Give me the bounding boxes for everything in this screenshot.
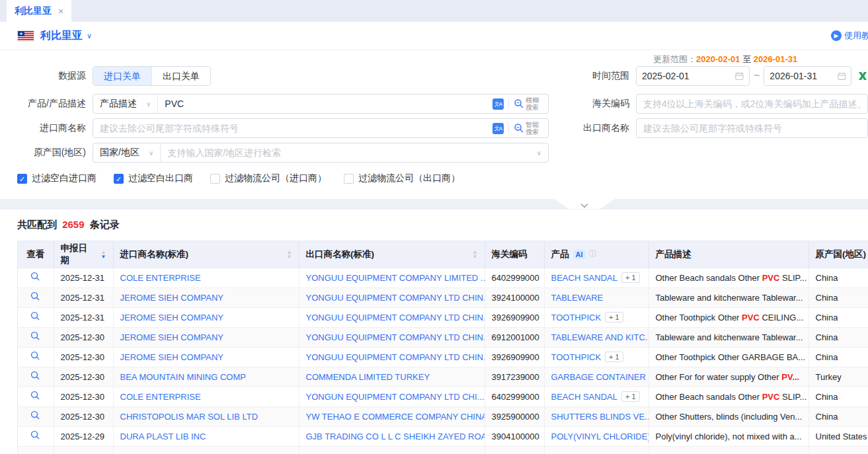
results-table: 查看 申报日期▲▼ 进口商名称(标准)▲▼ 出口商名称(标准)▲▼ 海关编码 产…: [17, 241, 868, 454]
exporter-link[interactable]: YW TEHAO E COMMERCE COMPANY CHINA: [306, 412, 485, 422]
cell-hs-code: 3925900000: [485, 406, 544, 426]
importer-link[interactable]: JEROME SIEH COMPANY: [120, 352, 224, 362]
importer-link[interactable]: JEROME SIEH COMPANY: [120, 332, 224, 342]
plus-badge[interactable]: + 1: [621, 391, 640, 402]
country-title[interactable]: 利比里亚: [40, 29, 83, 43]
exporter-link[interactable]: YONGUN EQUIPMENT COMPANY LTD CHI...: [306, 392, 485, 402]
translate-icon[interactable]: 文A: [493, 123, 504, 134]
table-row: 2025-12-29 DURA PLAST LIB INC GJB TRADIN…: [18, 426, 868, 446]
chevron-down-icon[interactable]: ∨: [537, 149, 548, 157]
importer-input[interactable]: [93, 123, 487, 133]
checkbox-filter-logistics-importer[interactable]: 过滤物流公司（进口商）: [210, 172, 327, 184]
checkbox-filter-blank-importer[interactable]: ✓ 过滤空白进口商: [17, 172, 97, 184]
cell-hs-code: 6912001000: [485, 327, 544, 347]
importer-link[interactable]: COLE ENTERPRISE: [120, 392, 201, 402]
cell-description: Other Beach sandals Other PVC SLIP...: [649, 268, 809, 287]
time-range-row: 时间范围 ~: [570, 66, 868, 86]
hs-code-field[interactable]: [636, 94, 868, 114]
importer-link[interactable]: DURA PLAST LIB INC: [120, 432, 206, 441]
tutorial-link[interactable]: ▶ 使用教程: [831, 30, 868, 42]
cell-date: 2025-12-31: [54, 307, 113, 327]
exporter-link[interactable]: GJB TRADING CO L L C SHEIKH ZAYED ROA...: [306, 432, 485, 441]
info-icon[interactable]: ⓘ: [589, 248, 597, 260]
exporter-link[interactable]: COMMENDA LIMITED TURKEY: [306, 372, 430, 382]
date-to-field[interactable]: [764, 66, 851, 86]
product-link[interactable]: TOOTHPICK: [551, 313, 602, 322]
desc-highlight: PVC: [762, 273, 780, 283]
chevron-down-icon: ∨: [146, 100, 151, 108]
collapse-panel-button[interactable]: [554, 199, 615, 209]
product-link[interactable]: POLY(VINYL CHLORIDE): [551, 432, 649, 441]
view-detail-icon[interactable]: [30, 371, 40, 381]
date-separator: ~: [754, 70, 760, 82]
importer-link[interactable]: JEROME SIEH COMPANY: [120, 293, 224, 303]
close-icon[interactable]: ×: [58, 6, 63, 17]
data-source-segmented: 进口关单 出口关单: [93, 66, 211, 86]
tutorial-icon: ▶: [831, 30, 842, 41]
importer-link[interactable]: COLE ENTERPRISE: [120, 273, 201, 283]
col-exporter[interactable]: 出口商名称(标准)▲▼: [299, 241, 485, 268]
checkbox-filter-blank-exporter[interactable]: ✓ 过滤空白出口商: [114, 172, 193, 184]
col-date[interactable]: 申报日期▲▼: [54, 241, 113, 268]
origin-input[interactable]: [161, 147, 536, 158]
cell-date: 2025-12-30: [54, 406, 113, 426]
tab-export-orders[interactable]: 出口关单: [151, 67, 210, 85]
tab-import-orders[interactable]: 进口关单: [93, 67, 151, 85]
col-importer[interactable]: 进口商名称(标准)▲▼: [113, 241, 299, 268]
product-search-input[interactable]: [158, 98, 487, 109]
view-detail-icon[interactable]: [30, 291, 40, 301]
cell-origin: China: [809, 287, 868, 307]
exporter-link[interactable]: YONGUU EQUIPMENT COMPANY LTD CHIN...: [306, 293, 485, 303]
product-link[interactable]: BEACH SANDAL: [551, 392, 617, 402]
exporter-link[interactable]: YONGUU EQUIPMENT COMPANY LTD CHIN...: [306, 332, 485, 342]
origin-type-select[interactable]: 国家/地区 ∨: [93, 143, 161, 162]
exporter-link[interactable]: YONGUU EQUIPMENT COMPANY LTD CHIN...: [306, 313, 485, 322]
sort-icon[interactable]: ▲▼: [101, 250, 106, 259]
exporter-field[interactable]: [636, 118, 868, 138]
view-detail-icon[interactable]: [30, 311, 40, 321]
view-detail-icon[interactable]: [30, 391, 40, 400]
hs-code-input[interactable]: [637, 98, 867, 109]
cell-origin: China: [809, 347, 868, 367]
sort-icon[interactable]: ▲▼: [473, 250, 478, 259]
tab-liberia[interactable]: 利比里亚 ×: [7, 0, 71, 22]
cell-origin: China: [809, 406, 868, 426]
view-detail-icon[interactable]: [30, 272, 40, 282]
date-to-input[interactable]: [769, 71, 838, 81]
fuzzy-search-button[interactable]: 模糊搜索: [514, 96, 543, 111]
cell-hs-code: 3917239000: [485, 367, 544, 387]
importer-label: 进口商名称: [0, 122, 93, 134]
view-detail-icon[interactable]: [30, 331, 40, 341]
sort-icon[interactable]: ▲▼: [287, 250, 292, 259]
excel-export-icon[interactable]: [857, 70, 868, 82]
importer-link[interactable]: CHRISTOPOLIS MAR SOL LIB LTD: [120, 412, 258, 422]
view-detail-icon[interactable]: [30, 430, 40, 440]
exporter-link[interactable]: YONGUU EQUIPMENT COMPANY LIMITED ...: [306, 273, 485, 283]
exporter-link[interactable]: YONGUU EQUIPMENT COMPANY LTD CHIN...: [306, 352, 485, 362]
plus-badge[interactable]: + 1: [605, 312, 623, 322]
ai-badge: AI: [573, 250, 586, 259]
exporter-label: 出口商名称: [570, 122, 636, 134]
product-link[interactable]: TABLEWARE: [551, 293, 604, 303]
product-type-select[interactable]: 产品描述 ∨: [93, 95, 158, 113]
smart-search-button[interactable]: 智能搜索: [514, 121, 543, 135]
translate-icon[interactable]: 文A: [493, 98, 504, 110]
product-link[interactable]: TABLEWARE AND KITC...: [551, 332, 649, 342]
view-detail-icon[interactable]: [30, 410, 40, 420]
cell-hs-code: 3904100000: [485, 426, 544, 446]
date-from-input[interactable]: [642, 71, 735, 81]
table-row: 2025-12-30 CHRISTOPOLIS MAR SOL LIB LTD …: [18, 406, 868, 426]
chevron-down-icon[interactable]: ∨: [87, 32, 92, 40]
importer-link[interactable]: JEROME SIEH COMPANY: [120, 313, 224, 322]
product-link[interactable]: GARBAGE CONTAINER: [551, 372, 647, 382]
product-link[interactable]: SHUTTERS BLINDS VE...: [551, 412, 649, 422]
view-detail-icon[interactable]: [30, 351, 40, 361]
product-link[interactable]: BEACH SANDAL: [551, 273, 617, 283]
checkbox-filter-logistics-exporter[interactable]: 过滤物流公司（出口商）: [344, 172, 460, 184]
plus-badge[interactable]: + 1: [621, 272, 640, 283]
importer-link[interactable]: BEA MOUNTAIN MINING COMP: [120, 372, 246, 382]
exporter-input[interactable]: [637, 123, 867, 133]
product-link[interactable]: TOOTHPICK: [551, 352, 602, 362]
plus-badge[interactable]: + 1: [605, 352, 623, 362]
date-from-field[interactable]: [636, 66, 750, 86]
